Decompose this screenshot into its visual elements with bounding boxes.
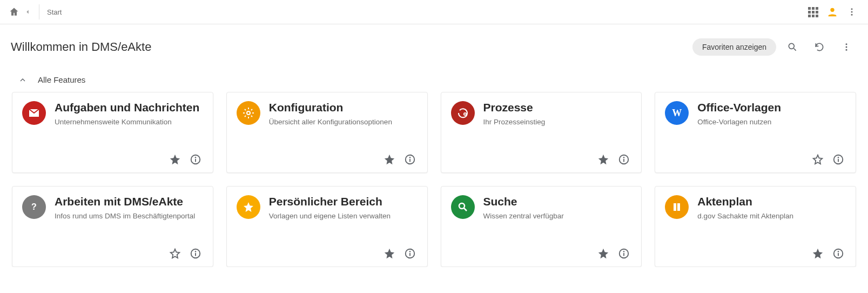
- more-vert-icon: [847, 7, 857, 17]
- info-icon: [832, 248, 844, 259]
- svg-point-11: [195, 157, 196, 158]
- search-badge-icon: [451, 195, 475, 219]
- help-icon: ?: [22, 195, 46, 219]
- info-icon: [618, 248, 630, 259]
- svg-point-1: [851, 8, 853, 10]
- svg-point-7: [846, 46, 847, 48]
- svg-point-4: [789, 43, 794, 49]
- favorite-toggle[interactable]: [382, 152, 397, 167]
- svg-point-0: [830, 8, 834, 12]
- card-prozesse[interactable]: Prozesse Ihr Prozesseinstieg: [441, 92, 642, 173]
- card-konfiguration[interactable]: Konfiguration Übersicht aller Konfigurat…: [226, 92, 428, 173]
- card-subtitle: Infos rund ums DMS im Beschäftigtenporta…: [55, 211, 203, 221]
- top-more-button[interactable]: [842, 2, 862, 22]
- apps-menu-button[interactable]: [803, 2, 823, 22]
- favorite-toggle[interactable]: [167, 246, 183, 261]
- favorite-toggle[interactable]: [382, 246, 397, 261]
- card-persoenlicher-bereich[interactable]: Persönlicher Bereich Vorlagen und eigene…: [226, 186, 428, 267]
- user-avatar-button[interactable]: [823, 2, 842, 22]
- word-icon: W: [665, 101, 689, 125]
- more-vert-icon: [842, 42, 851, 52]
- card-aktenplan[interactable]: Aktenplan d.gov Sachakte mit Aktenplan: [655, 186, 856, 267]
- back-button[interactable]: [22, 6, 33, 18]
- info-button[interactable]: [188, 152, 203, 167]
- svg-line-32: [464, 208, 467, 211]
- chevron-up-icon: [18, 76, 27, 84]
- card-arbeiten-dms[interactable]: ? Arbeiten mit DMS/eAkte Infos rund ums …: [12, 186, 213, 267]
- info-button[interactable]: [616, 246, 631, 261]
- card-title: Persönlicher Bereich: [269, 195, 418, 208]
- info-icon: [404, 248, 416, 259]
- info-button[interactable]: [402, 246, 418, 261]
- card-aufgaben[interactable]: Aufgaben und Nachrichten Unternehmenswei…: [12, 92, 213, 173]
- card-subtitle: d.gov Sachakte mit Aktenplan: [697, 211, 846, 221]
- card-title: Aktenplan: [697, 195, 846, 208]
- svg-rect-36: [674, 203, 676, 211]
- breadcrumb[interactable]: Start: [47, 8, 62, 16]
- header-more-button[interactable]: [836, 36, 857, 58]
- gear-icon: [237, 101, 260, 125]
- info-icon: [618, 154, 630, 165]
- svg-point-30: [409, 251, 410, 252]
- favorite-toggle[interactable]: [596, 246, 611, 261]
- info-button[interactable]: [831, 152, 846, 167]
- star-filled-icon: [383, 154, 395, 165]
- favorite-toggle[interactable]: [810, 152, 825, 167]
- top-bar: Start: [0, 0, 868, 24]
- info-button[interactable]: [188, 246, 203, 261]
- chevron-left-icon: [24, 8, 31, 16]
- features-section: Alle Features Aufgaben und Nachrichten U…: [0, 62, 868, 267]
- svg-point-8: [846, 49, 847, 51]
- svg-point-15: [409, 157, 410, 158]
- card-office-vorlagen[interactable]: W Office-Vorlagen Office-Vorlagen nutzen: [655, 92, 856, 173]
- search-icon: [787, 42, 798, 52]
- search-button[interactable]: [782, 36, 803, 58]
- home-icon: [9, 6, 19, 17]
- card-suche[interactable]: Suche Wissen zentral verfügbar: [441, 186, 642, 267]
- card-title: Office-Vorlagen: [697, 101, 846, 114]
- favorite-toggle[interactable]: [596, 152, 611, 167]
- refresh-icon: [814, 42, 825, 52]
- info-button[interactable]: [402, 152, 418, 167]
- svg-point-3: [851, 14, 853, 16]
- favorites-chip[interactable]: Favoriten anzeigen: [692, 38, 776, 56]
- refresh-button[interactable]: [809, 36, 830, 58]
- mail-icon: [22, 101, 46, 125]
- star-filled-icon: [383, 248, 395, 259]
- svg-line-5: [794, 49, 796, 51]
- card-subtitle: Ihr Prozesseinstieg: [483, 117, 632, 127]
- page-header: Willkommen in DMS/eAkte Favoriten anzeig…: [0, 24, 868, 62]
- info-icon: [190, 154, 201, 165]
- star-filled-icon: [597, 154, 609, 165]
- svg-point-6: [846, 43, 847, 45]
- section-toggle[interactable]: Alle Features: [11, 68, 857, 92]
- card-subtitle: Unternehmensweite Kommunikation: [55, 117, 203, 127]
- card-title: Aufgaben und Nachrichten: [55, 101, 203, 114]
- plan-icon: [665, 195, 689, 219]
- favorite-toggle[interactable]: [167, 152, 183, 167]
- info-icon: [832, 154, 844, 165]
- star-outline-icon: [812, 154, 824, 165]
- info-icon: [190, 248, 201, 259]
- svg-point-23: [838, 157, 839, 158]
- favorite-toggle[interactable]: [810, 246, 825, 261]
- svg-point-31: [459, 203, 465, 209]
- star-outline-icon: [169, 248, 181, 259]
- card-subtitle: Wissen zentral verfügbar: [483, 211, 632, 221]
- svg-point-17: [464, 114, 465, 115]
- svg-point-2: [851, 11, 853, 13]
- card-title: Suche: [483, 195, 632, 208]
- info-button[interactable]: [831, 246, 846, 261]
- svg-text:?: ?: [31, 202, 37, 211]
- svg-point-40: [838, 251, 839, 252]
- svg-point-27: [195, 251, 196, 252]
- card-title: Konfiguration: [269, 101, 418, 114]
- card-title: Arbeiten mit DMS/eAkte: [55, 195, 203, 208]
- info-button[interactable]: [616, 152, 631, 167]
- info-icon: [404, 154, 416, 165]
- apps-grid-icon: [808, 7, 818, 17]
- svg-rect-37: [677, 203, 680, 211]
- home-button[interactable]: [6, 4, 22, 19]
- svg-point-12: [247, 111, 250, 115]
- process-icon: [451, 101, 475, 125]
